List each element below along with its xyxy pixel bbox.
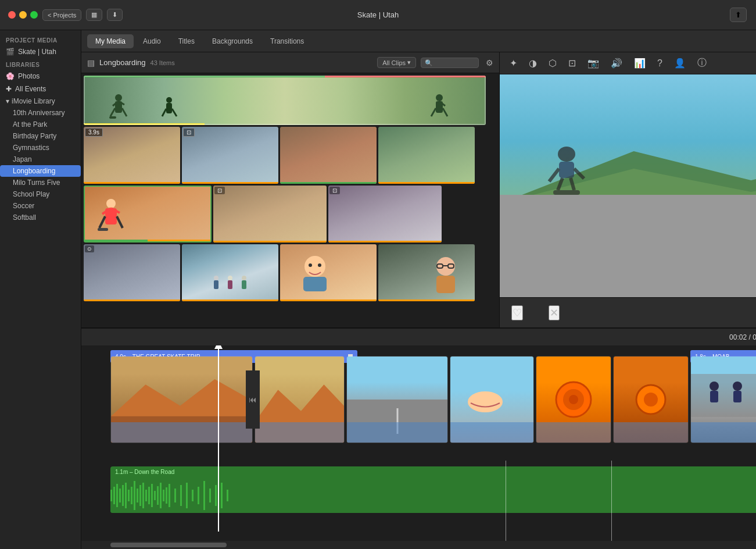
selfie-icon	[298, 255, 332, 295]
svg-rect-73	[113, 487, 115, 504]
svg-point-67	[733, 382, 742, 391]
media-clip-2c[interactable]	[280, 127, 377, 184]
sidebar-item-at-the-park[interactable]: At the Park	[0, 119, 81, 130]
svg-line-51	[549, 169, 559, 181]
tab-transitions[interactable]: Transitions	[262, 34, 312, 48]
svg-rect-90	[163, 490, 164, 501]
download-button[interactable]: ⬇	[107, 9, 123, 21]
layout-icon[interactable]: ▤	[87, 58, 95, 67]
bottom-scrollbar	[81, 541, 756, 549]
minimize-button[interactable]	[19, 11, 27, 19]
film-icon: 🎬	[6, 48, 15, 56]
svg-rect-86	[151, 484, 153, 507]
projects-button[interactable]: < Projects	[42, 9, 81, 21]
svg-point-11	[436, 94, 443, 101]
sidebar-item-gymnastics[interactable]: Gymnastics	[0, 142, 81, 154]
video-clip-1[interactable]	[110, 356, 253, 443]
media-clip-4d[interactable]	[378, 244, 475, 301]
gear-icon[interactable]: ⚙	[486, 58, 493, 67]
audio-track[interactable]: 1.1m – Down the Road	[110, 466, 756, 525]
video-clip-6[interactable]	[613, 356, 689, 443]
media-clip-3c[interactable]: ⊡	[328, 186, 442, 243]
sidebar-item-photos[interactable]: 🌸 Photos	[0, 70, 81, 83]
project-media-label: PROJECT MEDIA	[0, 34, 81, 45]
chart-tool-button[interactable]: 📊	[631, 56, 648, 70]
playhead[interactable]	[218, 345, 219, 532]
svg-rect-92	[169, 484, 170, 507]
media-clip-2b[interactable]: ⊡	[182, 127, 278, 184]
svg-rect-26	[228, 280, 232, 289]
like-button[interactable]: ♡	[511, 305, 523, 320]
imovie-library-disclosure[interactable]: ▾ iMovie Library	[0, 95, 81, 107]
sidebar-item-birthday-party[interactable]: Birthday Party	[0, 130, 81, 142]
sidebar-item-all-events[interactable]: ✚ All Events	[0, 83, 81, 95]
tab-titles[interactable]: Titles	[170, 34, 203, 48]
sidebar: PROJECT MEDIA 🎬 Skate | Utah LIBRARIES 🌸…	[0, 30, 81, 549]
media-browser: ▤ Longboarding 43 Items All Clips ▾ ⚙	[81, 52, 500, 327]
svg-point-23	[214, 276, 218, 280]
trans-handle-1[interactable]: ⏮	[246, 370, 260, 429]
tab-my-media[interactable]: My Media	[87, 34, 134, 48]
media-clip-row1[interactable]	[84, 76, 486, 125]
video-clip-7[interactable]	[690, 356, 756, 443]
maximize-button[interactable]	[30, 11, 38, 19]
add-icon: ✚	[6, 85, 12, 93]
svg-point-49	[558, 147, 575, 162]
sidebar-item-project[interactable]: 🎬 Skate | Utah	[0, 45, 81, 58]
svg-rect-78	[128, 490, 130, 501]
media-clip-4c[interactable]	[280, 244, 377, 301]
video-clip-2[interactable]	[255, 356, 345, 443]
media-clip-3b[interactable]: ⊡	[213, 186, 327, 243]
video-clip-4[interactable]	[450, 356, 534, 443]
sidebar-item-milo-turns-five[interactable]: Milo Turns Five	[0, 177, 81, 188]
dislike-button[interactable]: ✕	[549, 305, 560, 320]
skater-thumb-icon2	[159, 96, 180, 122]
content-area: My Media Audio Titles Backgrounds Transi…	[81, 30, 756, 549]
tab-backgrounds[interactable]: Backgrounds	[204, 34, 261, 48]
upload-button[interactable]: ⬆	[730, 8, 747, 22]
svg-point-25	[228, 276, 232, 280]
camera-tool-button[interactable]: 📷	[585, 56, 602, 70]
svg-rect-98	[203, 481, 205, 510]
sidebar-item-soccer[interactable]: Soccer	[0, 200, 81, 212]
car-scene-icon	[462, 390, 508, 425]
svg-line-14	[431, 108, 436, 116]
video-clip-5[interactable]	[536, 356, 611, 443]
audio-tool-button[interactable]: 🔊	[608, 56, 625, 70]
svg-point-31	[318, 263, 321, 267]
search-input[interactable]	[421, 58, 479, 68]
scroll-thumb[interactable]	[110, 543, 227, 547]
sidebar-item-school-play[interactable]: School Play	[0, 188, 81, 200]
grid-view-button[interactable]: ▦	[86, 9, 102, 21]
sidebar-project-label: Skate | Utah	[18, 48, 56, 56]
media-clip-3a[interactable]	[84, 186, 212, 243]
magic-tool-button[interactable]: ✦	[507, 56, 520, 70]
video-clip-3[interactable]	[346, 356, 448, 443]
sidebar-item-10th-anniversary[interactable]: 10th Anniversary	[0, 107, 81, 119]
info-tool-button[interactable]: ⓘ	[694, 55, 710, 71]
face-tool-button[interactable]: 👤	[671, 56, 689, 70]
svg-line-53	[558, 178, 562, 190]
media-clip-4b[interactable]	[182, 244, 278, 301]
person-icon-3	[238, 275, 250, 295]
window-title: Skate | Utah	[357, 10, 399, 19]
timeline-tracks[interactable]: 4.0s – THE GREAT SKATE TRIP 1.8s – MOAB	[81, 345, 756, 541]
audio-clip[interactable]: 1.1m – Down the Road	[110, 466, 756, 513]
preview-skater2-icon	[546, 147, 587, 199]
person-icon-2	[224, 275, 236, 295]
sidebar-item-longboarding[interactable]: Longboarding	[0, 165, 81, 177]
all-clips-button[interactable]: All Clips ▾	[377, 57, 416, 68]
crop-tool-button[interactable]: ⊡	[565, 56, 579, 70]
help-tool-button[interactable]: ?	[654, 56, 665, 70]
media-clip-2a[interactable]: 3.9s	[84, 127, 180, 184]
media-clip-2d[interactable]	[378, 127, 475, 184]
sidebar-item-softball[interactable]: Softball	[0, 212, 81, 223]
color-tool-button[interactable]: ◑	[526, 56, 540, 70]
tab-audio[interactable]: Audio	[135, 34, 169, 48]
media-clip-4a[interactable]: ⊙	[84, 244, 180, 301]
close-button[interactable]	[8, 11, 16, 19]
all-clips-label: All Clips	[382, 59, 406, 66]
sidebar-item-japan[interactable]: Japan	[0, 154, 81, 165]
palette-tool-button[interactable]: ⬡	[546, 56, 560, 70]
titlebar-right: ⬆	[730, 8, 747, 22]
